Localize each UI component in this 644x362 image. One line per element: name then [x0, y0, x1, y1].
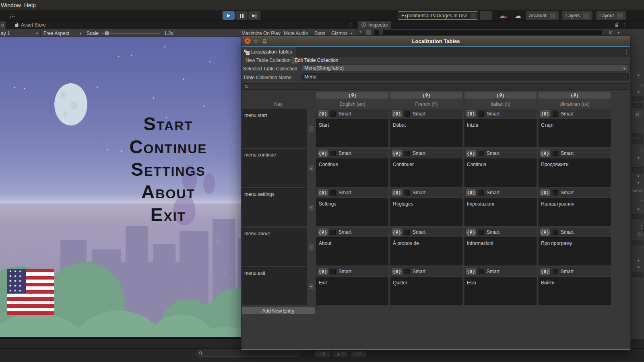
r-button-partial[interactable]: R [633, 111, 642, 117]
game-menu-item[interactable]: About [141, 181, 195, 203]
step-button[interactable]: ▶ [248, 11, 260, 20]
game-menu-item[interactable]: Exit [151, 204, 186, 226]
name-field[interactable] [383, 30, 602, 35]
tab-inspector[interactable]: ⓘ Inspector [358, 21, 391, 29]
lock-icon[interactable] [615, 23, 619, 27]
translation-cell[interactable]: Informazioni [464, 237, 537, 265]
selected-table-collection-dropdown[interactable]: Menu(StringTable) ▼ [301, 64, 629, 72]
layers-dropdown[interactable]: Layers [562, 11, 592, 20]
translation-cell[interactable]: Inizia [464, 119, 537, 147]
metadata-button[interactable]: {} [318, 268, 328, 275]
smart-checkbox[interactable] [479, 190, 484, 195]
metadata-button[interactable]: {} [318, 150, 328, 157]
dropdown-arrow-icon[interactable]: ▼ [637, 265, 640, 269]
translation-cell[interactable]: À propos de [390, 237, 462, 265]
translation-cell[interactable]: Esci [464, 277, 537, 305]
inspector-kebab-icon[interactable]: ⋮ [622, 22, 627, 28]
column-header[interactable]: Italian (it) [464, 99, 537, 109]
smart-checkbox[interactable] [479, 151, 484, 156]
translation-cell[interactable]: Continue [316, 158, 388, 187]
tab-game-partial[interactable]: e [0, 21, 6, 29]
dropdown-arrow-icon[interactable]: ▼ [637, 181, 640, 185]
translation-cell[interactable]: Налаштування [539, 198, 611, 226]
metadata-button[interactable]: {} [392, 110, 402, 117]
column-header-meta-bar[interactable]: {} [539, 92, 611, 99]
column-header-meta-bar[interactable]: {} [464, 92, 537, 99]
key-cell[interactable]: menu.settings [242, 188, 307, 226]
smart-checkbox[interactable] [553, 151, 558, 156]
grid-snap-icon[interactable] [8, 12, 15, 19]
smart-checkbox[interactable] [330, 151, 336, 156]
translation-cell[interactable]: Continuer [390, 158, 462, 187]
metadata-button[interactable]: {} [318, 189, 328, 196]
metadata-button[interactable]: {} [540, 268, 550, 275]
remove-entry-button[interactable]: − [308, 204, 314, 211]
translation-cell[interactable]: Exit [316, 277, 388, 305]
metadata-button[interactable]: {} [392, 268, 402, 275]
translation-cell[interactable]: Continua [464, 158, 537, 187]
pause-button[interactable] [235, 11, 248, 20]
translation-cell[interactable]: Début [390, 119, 462, 147]
metadata-button[interactable]: {} [392, 150, 402, 157]
menu-window[interactable]: Window [1, 2, 21, 8]
metadata-button[interactable]: {} [466, 150, 476, 157]
smart-checkbox[interactable] [479, 230, 484, 235]
remove-entry-button[interactable]: − [308, 165, 314, 171]
metadata-button[interactable]: {} [466, 189, 476, 196]
smart-checkbox[interactable] [405, 111, 410, 117]
smart-checkbox[interactable] [553, 111, 558, 117]
component-kebab-icon[interactable]: ⋮ [639, 148, 644, 153]
column-header[interactable]: English (en) [316, 99, 388, 109]
translation-cell[interactable]: Quitter [390, 277, 462, 305]
smart-checkbox[interactable] [330, 111, 336, 117]
translation-cell[interactable]: Старт [539, 119, 611, 147]
remove-entry-button[interactable]: − [308, 125, 314, 132]
column-header[interactable]: French (fr) [390, 99, 462, 109]
column-header-meta-bar[interactable]: {} [316, 92, 388, 99]
console-error-toggle[interactable]: !0 [315, 351, 330, 357]
component-kebab-icon[interactable]: ⋮ [639, 83, 644, 88]
collab-button[interactable]: ☁ ✗ [496, 11, 509, 20]
key-cell[interactable]: menu.continue [242, 149, 307, 187]
translation-cell[interactable]: Start [316, 119, 388, 147]
experimental-packages-button[interactable]: Experimental Packages In Use [398, 11, 478, 20]
menu-help[interactable]: Help [24, 2, 36, 8]
new-table-collection-button[interactable]: New Table Collection [242, 57, 249, 64]
metadata-button[interactable]: {} [540, 110, 550, 117]
game-viewport[interactable]: StartContinueSettingsAboutExit ★★★★★★★★★… [0, 37, 241, 338]
play-button[interactable]: ▶ [223, 11, 235, 20]
dropdown-arrow-icon[interactable]: ▼ [637, 90, 640, 94]
game-menu-item[interactable]: Continue [129, 136, 207, 158]
key-cell[interactable]: menu.about [242, 228, 307, 266]
smart-checkbox[interactable] [405, 190, 410, 195]
tab-asset-store[interactable]: Asset Store [11, 21, 49, 29]
translation-cell[interactable]: About [316, 237, 388, 265]
smart-checkbox[interactable] [405, 269, 410, 274]
preset-icon[interactable] [638, 232, 642, 236]
console-info-toggle[interactable]: i0 [351, 351, 366, 357]
edit-table-collection-button[interactable]: Edit Table Collection [291, 57, 298, 64]
static-dropdown-arrow-icon[interactable]: ▼ [617, 31, 620, 35]
metadata-button[interactable]: {} [466, 268, 476, 275]
translation-cell[interactable]: Продовжити [539, 158, 611, 187]
table-collection-name-field[interactable]: Menu [301, 73, 629, 80]
table-search-input[interactable] [242, 83, 630, 90]
dropdown-arrow-icon[interactable]: ▼ [637, 74, 640, 77]
dropdown-arrow-icon[interactable]: ▼ [637, 208, 640, 211]
remove-entry-button[interactable]: − [308, 283, 314, 290]
metadata-button[interactable]: {} [540, 228, 550, 236]
services-button[interactable] [480, 11, 492, 20]
metadata-button[interactable]: {} [392, 228, 402, 236]
cloud-button[interactable]: ☁ [512, 11, 524, 20]
smart-checkbox[interactable] [405, 151, 410, 156]
display-dropdown[interactable]: ay 1 [1, 31, 10, 36]
smart-checkbox[interactable] [330, 190, 336, 195]
key-cell[interactable]: menu.start [242, 109, 307, 148]
smart-checkbox[interactable] [553, 230, 558, 235]
metadata-button[interactable]: {} [466, 110, 476, 117]
translation-cell[interactable]: Про програму [539, 237, 611, 265]
metadata-button[interactable]: {} [318, 110, 328, 117]
scale-slider-knob[interactable] [105, 31, 109, 35]
window-titlebar[interactable]: ✕ − ▢ Localization Tables [242, 36, 630, 46]
game-panel-kebab-icon[interactable]: ⋮ [349, 22, 353, 28]
